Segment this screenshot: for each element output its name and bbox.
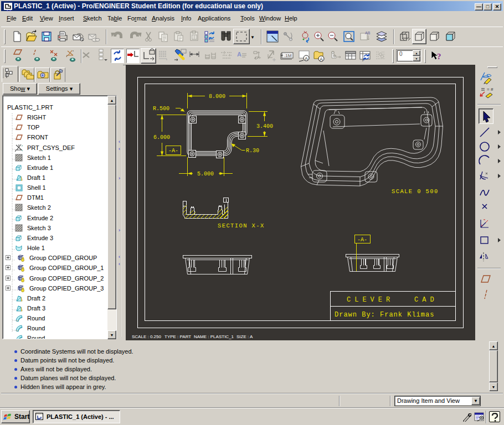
svg-text:AB: AB	[365, 31, 371, 35]
svg-text:CLEVER: CLEVER	[347, 296, 394, 304]
svg-text:SCALE : 0.250: SCALE : 0.250	[132, 334, 161, 339]
svg-text:R.500: R.500	[153, 106, 169, 112]
svg-text:A: A	[320, 56, 323, 62]
svg-text:.1M: .1M	[284, 53, 292, 58]
svg-text:‹: ‹	[119, 261, 120, 267]
svg-text:?: ?	[437, 52, 441, 61]
svg-text:R.30: R.30	[246, 148, 259, 154]
svg-text:5.000: 5.000	[197, 171, 214, 177]
svg-text:3.400: 3.400	[256, 123, 273, 129]
svg-text:6.000: 6.000	[153, 134, 170, 141]
svg-text:›: ›	[119, 175, 120, 181]
svg-text:-A-: -A-	[357, 237, 367, 243]
svg-text:NAME : PLASTIC_1: NAME : PLASTIC_1	[194, 334, 234, 339]
svg-text:SIZE : A: SIZE : A	[236, 334, 253, 339]
svg-text:SCALE 0 500: SCALE 0 500	[392, 188, 439, 195]
svg-text:SECTION X-X: SECTION X-X	[218, 222, 265, 229]
svg-text:CAD: CAD	[414, 296, 438, 304]
svg-text:‹: ‹	[119, 146, 120, 152]
svg-text:‹: ‹	[119, 139, 120, 144]
svg-text:8.000: 8.000	[209, 94, 225, 100]
svg-text:Drawn By: Frank Klimas: Drawn By: Frank Klimas	[335, 311, 434, 319]
svg-text:A: A	[305, 56, 308, 61]
svg-text:›: ›	[119, 227, 120, 233]
svg-text:= #: = #	[487, 87, 493, 92]
svg-text:TYPE : PART: TYPE : PART	[164, 334, 191, 339]
svg-text:-A-: -A-	[168, 148, 178, 154]
svg-text:A: A	[237, 51, 241, 58]
svg-text:‹: ‹	[119, 254, 120, 260]
